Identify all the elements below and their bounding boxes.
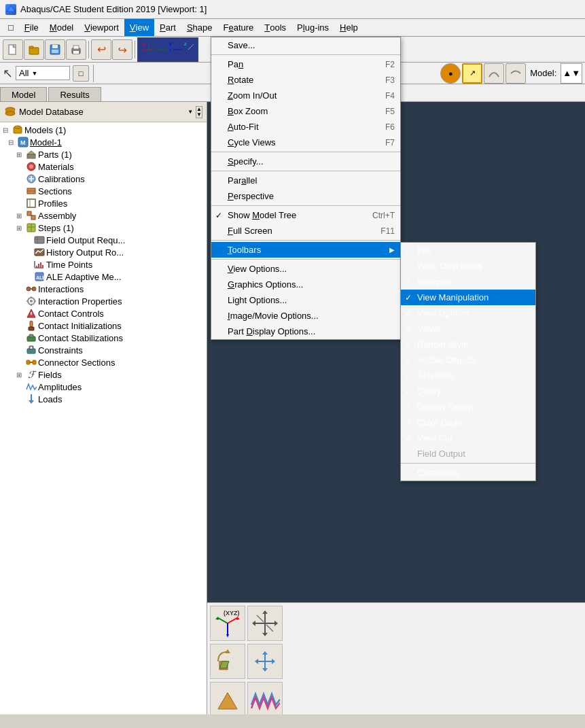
tb-curve2[interactable]: [506, 63, 526, 84]
submenu-color-code[interactable]: ✓ Color Code: [401, 415, 535, 430]
tb-open[interactable]: [24, 39, 44, 60]
menu-full-screen[interactable]: Full Screen F11: [211, 223, 400, 239]
submenu-views[interactable]: ✓ Views: [401, 321, 535, 336]
tree-steps[interactable]: ⊞ Steps (1): [0, 222, 207, 234]
menu-viewport[interactable]: Viewport: [79, 19, 124, 36]
model-spinbox[interactable]: ▲▼: [561, 63, 582, 84]
tree-fields[interactable]: ⊞ ℱ Fields: [0, 368, 207, 381]
menu-toolbars[interactable]: Toolbars ▶ ✓ File Work Directories ✓ Vie…: [211, 242, 400, 258]
submenu-view-cut[interactable]: ✓ View Cut: [401, 430, 535, 446]
tree-calibrations[interactable]: Calibrations: [0, 173, 207, 185]
db-dropdown[interactable]: ▼: [188, 109, 193, 115]
tab-results[interactable]: Results: [48, 87, 101, 101]
submenu-view-manip[interactable]: ✓ View Manipulation: [401, 290, 535, 305]
menu-image-movie[interactable]: Image/Movie Options...: [211, 308, 400, 324]
tree-field-output[interactable]: Field Output Requ...: [0, 234, 207, 246]
tree-time-points[interactable]: Time Points: [0, 258, 207, 271]
expand-model1[interactable]: ⊟: [8, 139, 16, 146]
menu-view-toggle[interactable]: □: [3, 19, 19, 36]
submenu-render-style[interactable]: ✓ Render Style: [401, 336, 535, 352]
tree-contact-stab[interactable]: Contact Stabilizations: [0, 332, 207, 344]
tb-circle[interactable]: ●: [440, 63, 461, 84]
submenu-display-group[interactable]: ✓ Display Group: [401, 399, 535, 415]
submenu-file[interactable]: ✓ File: [401, 243, 535, 258]
expand-models[interactable]: ⊟: [3, 126, 11, 134]
expand-assembly[interactable]: ⊞: [16, 212, 24, 220]
tree-interaction-props-label: Interaction Properties: [38, 296, 122, 307]
submenu-customize[interactable]: Customize...: [401, 465, 535, 481]
tb-select-sq[interactable]: □: [73, 65, 89, 82]
menu-perspective[interactable]: Perspective: [211, 188, 400, 204]
menu-show-model-tree[interactable]: ✓ Show Model Tree Ctrl+T: [211, 207, 400, 223]
menu-parallel[interactable]: Parallel: [211, 173, 400, 188]
expand-fields[interactable]: ⊞: [16, 371, 24, 379]
tree-loads[interactable]: Loads: [0, 393, 207, 405]
wave-icon[interactable]: [247, 682, 283, 714]
tree-assembly[interactable]: ⊞ Assembly: [0, 209, 207, 222]
tab-model[interactable]: Model: [0, 87, 47, 101]
tree-interactions[interactable]: Interactions: [0, 283, 207, 295]
tb-undo[interactable]: ↩: [91, 39, 111, 60]
submenu-work-dir[interactable]: Work Directories: [401, 258, 535, 274]
expand-parts[interactable]: ⊞: [16, 151, 24, 158]
render-icon[interactable]: [210, 682, 245, 714]
tree-history-output[interactable]: History Output Ro...: [0, 246, 207, 258]
tb-save[interactable]: [45, 39, 65, 60]
tb-cursor[interactable]: ↗: [462, 63, 482, 84]
menu-tools[interactable]: Tools: [259, 19, 291, 36]
menu-light-options[interactable]: Light Options...: [211, 292, 400, 308]
rotate-icon[interactable]: [210, 644, 245, 679]
tree-model1[interactable]: ⊟ M Model-1: [0, 136, 207, 148]
tb-curve1[interactable]: [484, 63, 504, 84]
menu-graphics-options[interactable]: Graphics Options...: [211, 277, 400, 292]
db-arrows[interactable]: ▲ ▼: [196, 106, 202, 118]
tree-parts[interactable]: ⊞ Parts (1): [0, 148, 207, 160]
tree-ale[interactable]: ALE ALE Adaptive Me...: [0, 271, 207, 283]
menu-view-options[interactable]: View Options...: [211, 261, 400, 277]
tree-interaction-props[interactable]: Interaction Properties: [0, 295, 207, 307]
xyz-icon[interactable]: (XYZ): [210, 606, 245, 641]
menu-plugins[interactable]: Plug-ins: [291, 19, 334, 36]
menu-part[interactable]: Part: [154, 19, 181, 36]
tb-new[interactable]: [3, 39, 23, 60]
submenu-selection[interactable]: ✓ Selection: [401, 368, 535, 383]
menu-part-display[interactable]: Part Display Options...: [211, 324, 400, 339]
tree-connector-sections[interactable]: Connector Sections: [0, 356, 207, 368]
tb-print[interactable]: [66, 39, 86, 60]
zoom-icon[interactable]: [247, 644, 283, 679]
select-arrow[interactable]: ↖: [3, 66, 13, 81]
tree-contact-controls[interactable]: Contact Controls: [0, 307, 207, 319]
tree-amplitudes[interactable]: Amplitudes: [0, 381, 207, 393]
submenu-viewport[interactable]: ✓ Viewport: [401, 274, 535, 290]
tb-redo[interactable]: ↩: [112, 39, 132, 60]
menu-help[interactable]: Help: [334, 19, 364, 36]
menu-file[interactable]: File: [19, 19, 44, 36]
menu-save[interactable]: Save...: [211, 37, 400, 53]
expand-steps[interactable]: ⊞: [16, 224, 24, 232]
menu-rotate[interactable]: Rotate F3: [211, 72, 400, 88]
menu-shape[interactable]: Shape: [181, 19, 218, 36]
submenu-query[interactable]: ✓ Query: [401, 383, 535, 399]
menu-auto-fit[interactable]: Auto-Fit F6: [211, 119, 400, 135]
menu-specify[interactable]: Specify...: [211, 154, 400, 169]
menu-pan[interactable]: Pan F2: [211, 56, 400, 72]
tree-materials[interactable]: Materials: [0, 160, 207, 173]
tree-profiles[interactable]: Profiles: [0, 197, 207, 209]
tree-sections[interactable]: Sections: [0, 185, 207, 197]
menu-box-zoom[interactable]: Box Zoom F5: [211, 103, 400, 119]
tree-constraints[interactable]: Constraints: [0, 344, 207, 356]
pan-icon[interactable]: [247, 606, 283, 641]
menu-feature[interactable]: Feature: [217, 19, 259, 36]
db-selector[interactable]: Model Database ▼ ▲ ▼: [0, 102, 207, 122]
menu-model[interactable]: Model: [44, 19, 79, 36]
tree-models[interactable]: ⊟ Models (1): [0, 124, 207, 136]
menu-zoom-inout[interactable]: Zoom In/Out F4: [211, 88, 400, 103]
all-select[interactable]: All ▼: [16, 66, 70, 80]
menu-cycle-views[interactable]: Cycle Views F7: [211, 135, 400, 150]
submenu-visible-obj[interactable]: ✓ Visible Objects: [401, 352, 535, 368]
menu-view[interactable]: View: [124, 19, 154, 36]
light-options-label: Light Options...: [228, 295, 287, 305]
tree-contact-init[interactable]: Contact Initializations: [0, 319, 207, 332]
submenu-view-opts[interactable]: ✓ View Options: [401, 305, 535, 321]
title-bar: Abaqus/CAE Student Edition 2019 [Viewpor…: [0, 0, 585, 19]
